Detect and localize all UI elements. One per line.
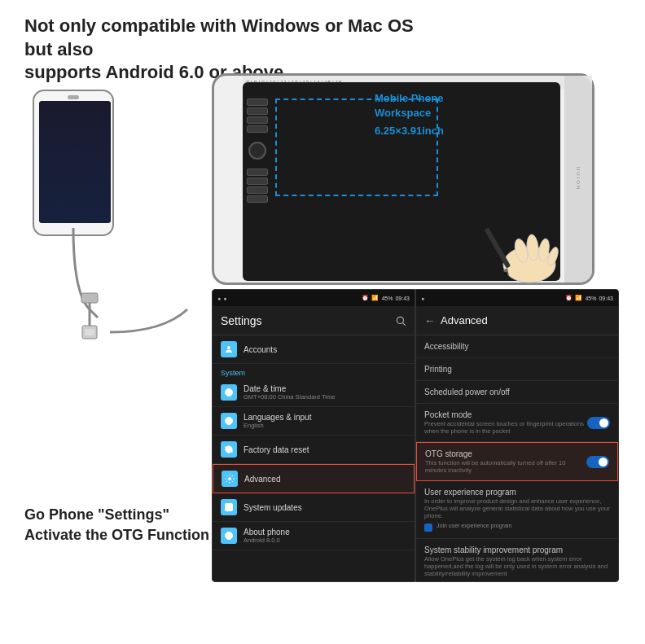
svg-rect-10 [82, 326, 97, 339]
accounts-item[interactable]: Accounts [213, 335, 415, 364]
system-stability-checkbox[interactable] [424, 581, 432, 582]
user-experience-label: User experience program [424, 488, 610, 497]
languages-item[interactable]: Languages & input English [213, 407, 415, 436]
bottom-label-line1: Go Phone "Settings" [24, 505, 209, 525]
pocket-mode-toggle-knob [599, 418, 608, 427]
bottom-label-line2: Activate the OTG Function [24, 525, 209, 545]
system-updates-item[interactable]: System updates [213, 493, 415, 522]
pocket-mode-label: Pocket mode [424, 410, 587, 419]
phone-screen [39, 101, 111, 223]
scheduled-power-item[interactable]: Scheduled power on/off [416, 381, 618, 404]
user-experience-item: User experience program In order to impr… [416, 481, 618, 539]
factory-reset-label: Factory data reset [244, 445, 309, 454]
about-phone-sub: Android 8.0.0 [244, 537, 290, 544]
system-stability-checkbox-row[interactable]: Join System stability improvement progra… [424, 580, 610, 582]
svg-rect-11 [85, 329, 94, 335]
system-updates-label: System updates [244, 503, 302, 512]
otg-storage-item[interactable]: OTG storage This function will be automa… [416, 442, 618, 481]
svg-rect-5 [485, 227, 511, 269]
user-exp-checkbox-label: Join user experience program [437, 523, 512, 528]
accessibility-label: Accessibility [424, 342, 468, 351]
pocket-mode-item[interactable]: Pocket mode Prevent accidental screen to… [416, 404, 618, 442]
settings-title: Settings [221, 314, 262, 327]
advanced-screen: ● ⏰📶45%09:43 ← Advanced Accessibility Pr… [415, 289, 619, 582]
globe-icon [221, 413, 237, 429]
svg-rect-8 [81, 293, 98, 303]
header-line1: Not only compatible with Windows or Mac … [24, 15, 414, 59]
advanced-label: Advanced [244, 475, 280, 484]
refresh-icon [221, 441, 237, 458]
advanced-header-left: ← Advanced [424, 314, 488, 327]
gear-icon [222, 471, 238, 487]
bottom-label: Go Phone "Settings" Activate the OTG Fun… [24, 505, 209, 545]
system-stability-sub: Allow OnePlus get the system log back wh… [424, 555, 610, 577]
account-icon [221, 341, 237, 357]
scheduled-power-label: Scheduled power on/off [424, 388, 610, 396]
printing-item[interactable]: Printing [416, 358, 618, 381]
date-time-item[interactable]: Date & time GMT+08:00 China Standard Tim… [213, 379, 415, 407]
advanced-status-bar: ● ⏰📶45%09:43 [416, 290, 618, 306]
pen-illustration [472, 204, 570, 293]
svg-point-12 [397, 317, 403, 323]
printing-label: Printing [424, 365, 610, 374]
download-icon [221, 499, 237, 515]
status-left: ●● [217, 296, 226, 301]
date-time-label: Date & time [244, 384, 335, 393]
user-exp-checkbox-row[interactable]: Join user experience program [424, 523, 610, 532]
pocket-mode-sub: Prevent accidental screen touches or fin… [424, 420, 587, 435]
languages-sub: English [244, 422, 311, 429]
settings-status-bar: ●● ⏰📶45%09:43 [213, 290, 415, 306]
info-icon [221, 528, 237, 544]
settings-header: Settings [213, 306, 415, 335]
advanced-title: Advanced [441, 314, 488, 326]
phone-camera [68, 95, 79, 99]
settings-screen: ●● ⏰📶45%09:43 Settings Accounts System [212, 289, 415, 582]
about-phone-item[interactable]: About phone Android 8.0.0 [213, 522, 415, 550]
status-right: ⏰📶45%09:43 [362, 295, 410, 301]
phone-device [33, 90, 114, 236]
tablet-illustration: 7 | 8 | 9 | 10 | 11 | 12 | 13 | 14 | 15 … [163, 73, 603, 293]
user-exp-checkbox[interactable] [424, 524, 432, 532]
adv-status-left: ● [421, 296, 424, 301]
accessibility-item[interactable]: Accessibility [416, 335, 618, 358]
advanced-header: ← Advanced [416, 306, 618, 335]
otg-storage-label: OTG storage [425, 449, 586, 458]
svg-point-14 [227, 346, 230, 349]
advanced-item-settings[interactable]: Advanced [213, 464, 415, 493]
workspace-title-line1: Mobile Phone [375, 91, 444, 106]
system-stability-checkbox-label: Join System stability improvement progra… [437, 580, 546, 582]
workspace-title-line2: Workspace [375, 106, 444, 120]
otg-storage-sub: This function will be automatically turn… [425, 459, 586, 474]
svg-point-17 [229, 478, 231, 480]
otg-toggle-knob [599, 458, 608, 467]
about-phone-label: About phone [244, 528, 290, 537]
date-time-sub: GMT+08:00 China Standard Time [244, 393, 335, 401]
languages-label: Languages & input [244, 413, 311, 422]
user-experience-sub: In order to improve product design and e… [424, 497, 610, 519]
back-arrow-icon[interactable]: ← [424, 314, 436, 327]
svg-line-13 [402, 322, 406, 326]
adv-status-right: ⏰📶45%09:43 [565, 295, 613, 301]
settings-search-icon[interactable] [395, 315, 406, 326]
pocket-mode-toggle[interactable] [587, 417, 610, 429]
system-stability-label: System stability improvement program [424, 545, 610, 554]
android-screens-container: ●● ⏰📶45%09:43 Settings Accounts System [212, 289, 619, 590]
system-stability-item: System stability improvement program All… [416, 539, 618, 582]
workspace-label: Mobile Phone Workspace 6.25×3.91inch [375, 91, 444, 139]
clock-icon [221, 384, 237, 401]
tablet-button-rows [247, 99, 268, 203]
factory-reset-item[interactable]: Factory data reset [213, 436, 415, 464]
accounts-label: Accounts [244, 345, 277, 354]
workspace-size: 6.25×3.91inch [375, 124, 444, 138]
system-section-label: System [213, 364, 415, 379]
otg-storage-toggle[interactable] [586, 456, 609, 468]
